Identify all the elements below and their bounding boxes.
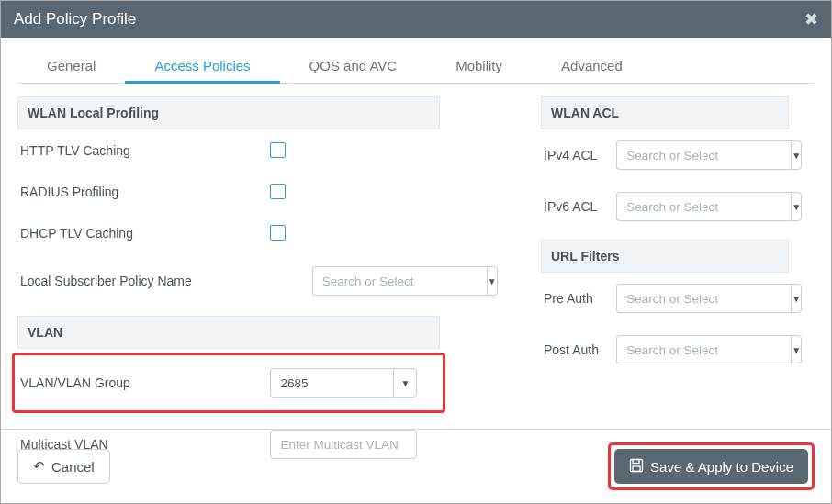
close-icon[interactable]: ✖ xyxy=(804,9,818,29)
chevron-down-icon[interactable]: ▼ xyxy=(791,192,802,221)
section-wlan-local-profiling: WLAN Local Profiling xyxy=(17,96,440,129)
save-icon xyxy=(629,458,644,476)
label-ipv6-acl: IPv6 ACL xyxy=(544,199,616,214)
chevron-down-icon[interactable]: ▼ xyxy=(791,335,802,364)
select-ipv6-acl[interactable]: ▼ xyxy=(616,192,763,221)
select-post-auth[interactable]: ▼ xyxy=(616,335,763,364)
input-ipv6-acl[interactable] xyxy=(616,192,791,221)
checkbox-radius-profiling[interactable] xyxy=(270,184,286,199)
tabs: General Access Policies QOS and AVC Mobi… xyxy=(17,50,815,84)
select-pre-auth[interactable]: ▼ xyxy=(616,284,763,313)
tab-mobility[interactable]: Mobility xyxy=(426,50,532,83)
dialog: Add Policy Profile ✖ General Access Poli… xyxy=(0,0,832,504)
select-ipv4-acl[interactable]: ▼ xyxy=(616,140,763,170)
value-vlan-group[interactable]: 2685 xyxy=(270,368,393,398)
highlight-save-button: Save & Apply to Device xyxy=(608,442,815,490)
row-dhcp-tlv-caching: DHCP TLV Caching xyxy=(17,212,440,253)
label-local-subscriber-policy: Local Subscriber Policy Name xyxy=(20,274,312,288)
dialog-header: Add Policy Profile ✖ xyxy=(1,1,831,38)
dialog-footer: ↶ Cancel Save & Apply to Device xyxy=(1,429,831,503)
input-local-subscriber-policy[interactable] xyxy=(312,266,487,296)
row-ipv6-acl: IPv6 ACL ▼ xyxy=(541,181,789,232)
cancel-button[interactable]: ↶ Cancel xyxy=(17,449,110,484)
cancel-button-label: Cancel xyxy=(51,459,95,475)
checkbox-dhcp-tlv-caching[interactable] xyxy=(270,225,286,241)
section-vlan: VLAN xyxy=(17,316,440,349)
tab-general[interactable]: General xyxy=(17,50,125,83)
svg-rect-1 xyxy=(633,459,639,463)
tab-qos-avc[interactable]: QOS and AVC xyxy=(280,50,427,83)
save-apply-button-label: Save & Apply to Device xyxy=(650,459,793,475)
label-vlan-group: VLAN/VLAN Group xyxy=(20,375,270,390)
right-column: WLAN ACL IPv4 ACL ▼ IPv6 ACL ▼ URL Filt xyxy=(541,89,789,429)
row-vlan-group: VLAN/VLAN Group 2685 ▼ xyxy=(17,361,440,405)
chevron-down-icon[interactable]: ▼ xyxy=(791,284,802,313)
undo-icon: ↶ xyxy=(33,458,45,475)
label-dhcp-tlv-caching: DHCP TLV Caching xyxy=(20,226,270,241)
select-local-subscriber-policy[interactable]: ▼ xyxy=(312,266,459,296)
input-ipv4-acl[interactable] xyxy=(616,140,791,170)
tab-advanced[interactable]: Advanced xyxy=(532,50,652,83)
label-post-auth: Post Auth xyxy=(544,342,616,357)
save-apply-button[interactable]: Save & Apply to Device xyxy=(614,449,808,484)
section-url-filters: URL Filters xyxy=(541,240,789,273)
highlight-vlan-group: VLAN/VLAN Group 2685 ▼ xyxy=(12,353,445,413)
input-post-auth[interactable] xyxy=(616,335,791,364)
dialog-title: Add Policy Profile xyxy=(14,10,136,28)
content-area: WLAN Local Profiling HTTP TLV Caching RA… xyxy=(17,84,815,429)
checkbox-http-tlv-caching[interactable] xyxy=(270,142,286,158)
label-http-tlv-caching: HTTP TLV Caching xyxy=(20,143,270,158)
row-ipv4-acl: IPv4 ACL ▼ xyxy=(541,129,789,181)
row-http-tlv-caching: HTTP TLV Caching xyxy=(17,129,440,171)
svg-rect-2 xyxy=(633,466,640,472)
label-ipv4-acl: IPv4 ACL xyxy=(544,148,616,162)
label-radius-profiling: RADIUS Profiling xyxy=(20,185,270,199)
row-post-auth: Post Auth ▼ xyxy=(541,324,789,375)
select-vlan-group[interactable]: 2685 ▼ xyxy=(270,368,417,398)
input-pre-auth[interactable] xyxy=(616,284,791,313)
row-radius-profiling: RADIUS Profiling xyxy=(17,171,440,212)
chevron-down-icon[interactable]: ▼ xyxy=(487,266,498,296)
tab-access-policies[interactable]: Access Policies xyxy=(125,50,279,83)
chevron-down-icon[interactable]: ▼ xyxy=(393,368,417,398)
section-wlan-acl: WLAN ACL xyxy=(541,96,789,129)
dialog-body: General Access Policies QOS and AVC Mobi… xyxy=(1,38,831,429)
row-pre-auth: Pre Auth ▼ xyxy=(541,273,789,324)
row-local-subscriber-policy: Local Subscriber Policy Name ▼ xyxy=(17,253,440,308)
chevron-down-icon[interactable]: ▼ xyxy=(791,140,802,170)
left-column: WLAN Local Profiling HTTP TLV Caching RA… xyxy=(17,89,440,429)
label-pre-auth: Pre Auth xyxy=(544,291,616,306)
